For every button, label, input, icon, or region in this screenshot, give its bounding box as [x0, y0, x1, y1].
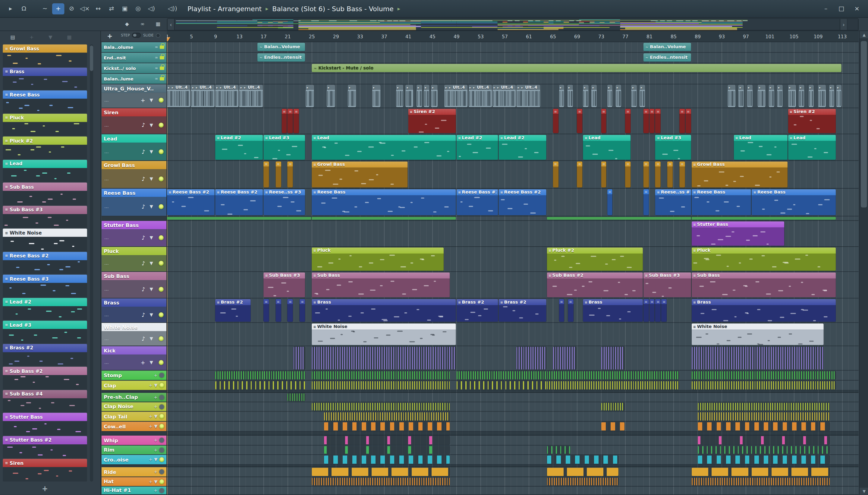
clip-clip[interactable] — [691, 371, 835, 379]
clip-clip[interactable] — [697, 403, 829, 411]
clip-clip[interactable] — [312, 381, 450, 390]
clip-clip[interactable] — [312, 347, 456, 369]
clip-clip[interactable]: ▸ — [559, 85, 564, 107]
clip-clip[interactable] — [547, 371, 679, 379]
picker-scroll-thumb[interactable] — [90, 46, 93, 71]
clip-clip[interactable]: ≡ — [643, 189, 648, 215]
dropdown-arrow-icon[interactable]: ▼ — [150, 204, 153, 209]
pan-arrows-icon[interactable]: ↔ — [92, 3, 104, 14]
track-lane-rim[interactable] — [167, 446, 859, 455]
clip-clip[interactable]: ≡ — [294, 109, 299, 133]
balan-volume-clip[interactable]: ~Balan..Volume — [643, 43, 691, 51]
siren-2-clip[interactable]: ≡Siren #2 — [408, 109, 456, 133]
picker-item-reese-bass-3[interactable]: ≡Reese Bass #3 — [3, 275, 87, 297]
track-header-reese-bass[interactable]: Reese Bass…♪▼ — [102, 189, 167, 217]
track-header-whip[interactable]: Whip+ — [102, 436, 167, 446]
mute-led[interactable] — [159, 404, 164, 409]
track-lane-end-nsit[interactable]: ~Endles..ntensit~Endles..ntensit — [167, 53, 859, 63]
track-header-ride[interactable]: Ride+ — [102, 467, 167, 477]
clip-clip[interactable] — [697, 422, 829, 430]
track-lane-bala-olume[interactable]: ~Balan..Volume~Balan..Volume — [167, 42, 859, 53]
track-header-rim[interactable]: Rim+ — [102, 446, 167, 455]
track-name-bar[interactable]: Kick — [102, 346, 167, 355]
clip-clip[interactable]: ≡ — [276, 161, 281, 188]
clip-clip[interactable]: ≡ — [601, 161, 606, 188]
ult-4-clip[interactable]: ▸ ▸Ult..4 — [191, 85, 214, 107]
sub-bass-2-clip[interactable]: ≡Sub Bass #2 — [547, 273, 643, 297]
picker-item-lead[interactable]: ≡Lead — [3, 159, 87, 182]
track-lane-pluck[interactable]: ≡Pluck≡Pluck #2≡Pluck — [167, 247, 859, 272]
mute-led[interactable] — [159, 383, 164, 388]
mute-led[interactable] — [159, 488, 164, 493]
record-led[interactable] — [158, 176, 164, 181]
track-name-bar[interactable]: Clap Noise+ — [102, 402, 167, 411]
track-header-stutter-bass[interactable]: Stutter Bass…♪▼ — [102, 221, 167, 246]
reese-bass-clip[interactable]: ≡Reese Bass — [691, 189, 751, 215]
track-lane-spacer[interactable] — [167, 465, 859, 467]
clip-clip[interactable] — [215, 371, 305, 379]
clip-clip[interactable] — [697, 412, 829, 421]
clip-clip[interactable] — [324, 446, 450, 454]
performance-mode-icon[interactable]: ◆ — [122, 19, 132, 28]
track-lane-pre-sh-clap[interactable] — [167, 393, 859, 402]
sub-bass-clip[interactable]: ≡Sub Bass — [312, 273, 450, 297]
timeline-ruler[interactable]: 1591317212529333741454953576165697377818… — [167, 31, 859, 42]
clip-clip[interactable]: ▸ — [431, 85, 438, 107]
reese-bass-clip[interactable]: ≡Reese Bass — [752, 189, 835, 215]
track-lane-white-noise[interactable]: ≡White Noise≡White Noise — [167, 323, 859, 346]
picker-item-brass[interactable]: ≡Brass — [3, 68, 87, 90]
picker-item-white-noise[interactable]: ≡White Noise — [3, 228, 87, 252]
dropdown-arrow-icon[interactable]: ▼ — [150, 235, 153, 240]
clip-clip[interactable]: ≡ — [643, 109, 648, 133]
track-header-siren[interactable]: Siren…♪▼ — [102, 108, 167, 134]
clip-clip[interactable] — [547, 456, 619, 464]
clip-clip[interactable]: ≡ — [263, 161, 269, 188]
move-icon[interactable]: + — [154, 438, 157, 443]
clip-clip[interactable]: ≡ — [263, 299, 269, 322]
picker-filter-icon[interactable]: + — [27, 33, 36, 41]
track-lane-hi-hat-1[interactable] — [167, 487, 859, 495]
clip-clip[interactable]: ≡ — [553, 161, 558, 188]
reese-bass-clip[interactable]: ≡Reese Bass — [312, 189, 456, 215]
picker-item-growl-bass[interactable]: ≡Growl Bass — [3, 44, 87, 67]
picker-item-sub-bass-4[interactable]: ≡Sub Bass #4 — [3, 390, 87, 413]
mute-led[interactable] — [159, 479, 164, 484]
maximize-button[interactable]: □ — [835, 4, 848, 14]
brass-2-clip[interactable]: ≡Brass #2 — [456, 299, 498, 322]
reese-bass-2-clip[interactable]: ≡Reese Bass #2 — [167, 189, 214, 215]
picker-grid-icon[interactable]: ▦ — [64, 33, 74, 41]
track-name-bar[interactable]: Reese Bass — [102, 189, 167, 197]
picker-item-sub-bass-2[interactable]: ≡Sub Bass #2 — [3, 366, 87, 390]
clip-clip[interactable]: ≡ — [559, 299, 564, 322]
track-lane-cow-ell[interactable] — [167, 422, 859, 432]
growl-bass-clip[interactable]: ≡Growl Bass — [691, 161, 787, 188]
playlist-audition-icon[interactable]: ◁)) — [167, 3, 178, 14]
lead-2-clip[interactable]: ≡Lead #2 — [456, 135, 498, 160]
clip-clip[interactable] — [312, 478, 450, 485]
track-lane-spacer[interactable] — [167, 391, 859, 393]
record-led[interactable] — [158, 360, 164, 365]
clip-clip[interactable] — [601, 347, 624, 369]
clip-clip[interactable] — [456, 371, 546, 379]
track-header-clap[interactable]: Clap+▼ — [102, 380, 167, 390]
brass-2-clip[interactable]: ≡Brass #2 — [499, 299, 546, 322]
grid-color-icon[interactable]: ▦ — [153, 19, 163, 28]
track-name-bar[interactable]: Clap+▼ — [102, 380, 167, 390]
reese-bass-2-clip[interactable]: ≡Reese Bass #2 — [456, 189, 498, 215]
track-lane-clap-tail[interactable] — [167, 412, 859, 422]
clip-clip[interactable]: ▸ — [424, 85, 429, 107]
scroll-down-button[interactable]: ▼ — [860, 488, 868, 495]
clip-clip[interactable]: ▸ — [758, 85, 765, 107]
picker-item-pluck[interactable]: ≡Pluck — [3, 113, 87, 136]
track-lane-kick[interactable] — [167, 346, 859, 371]
lead-clip[interactable]: ≡Lead — [312, 135, 456, 160]
dropdown-arrow-icon[interactable]: ▼ — [154, 457, 157, 462]
ult-4-clip[interactable]: ▸ ▸Ult..4 — [468, 85, 492, 107]
clip-clip[interactable] — [312, 467, 450, 476]
endles-ntensit-clip[interactable]: ~Endles..ntensit — [257, 53, 305, 62]
ult-4-clip[interactable]: ▸ ▸Ult..4 — [444, 85, 468, 107]
brass-clip[interactable]: ≡Brass — [583, 299, 643, 322]
clip-clip[interactable] — [691, 381, 835, 390]
main-menu-arrow-icon[interactable]: ▸ — [4, 3, 17, 14]
clip-clip[interactable]: ≡ — [649, 109, 655, 133]
